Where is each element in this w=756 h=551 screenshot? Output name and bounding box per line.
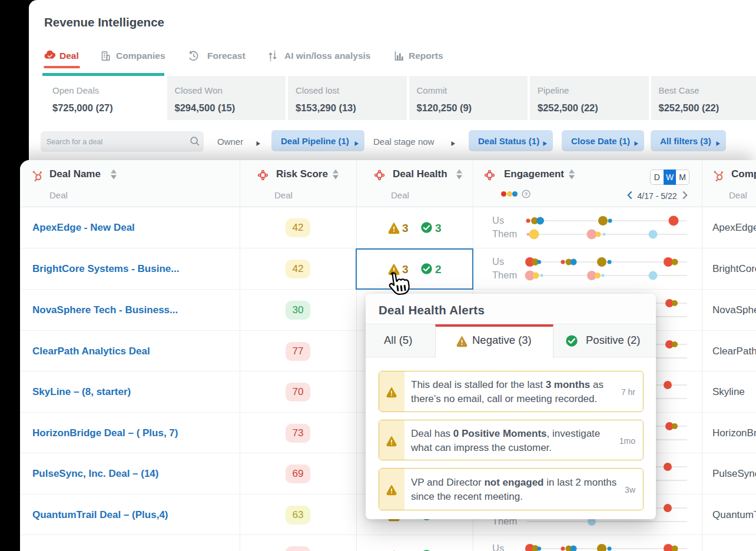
svg-text:Us: Us: [492, 215, 504, 225]
svg-text:Us: Us: [492, 543, 504, 551]
svg-text:Us: Us: [492, 256, 504, 267]
svg-text:Them: Them: [492, 228, 517, 239]
svg-text:Them: Them: [492, 270, 517, 280]
svg-text:?: ?: [525, 191, 528, 197]
